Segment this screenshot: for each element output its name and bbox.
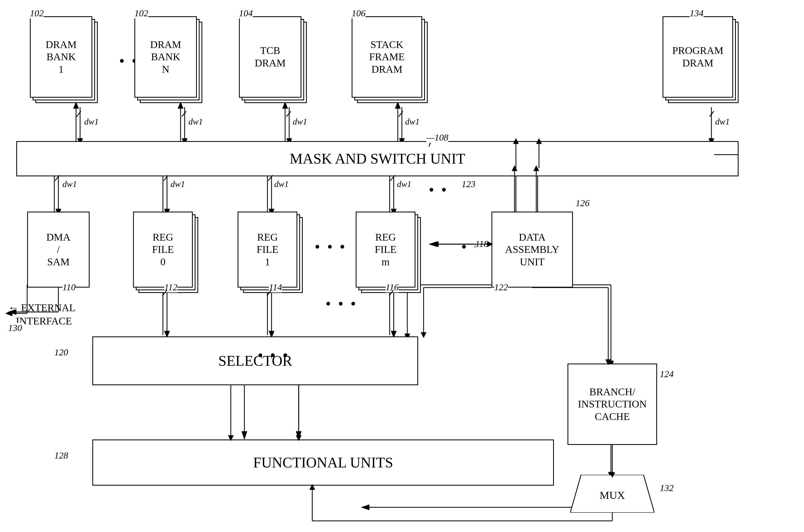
svg-marker-93 [421, 332, 426, 338]
reg-file-0-box: REGFILE0 [133, 212, 193, 288]
data-assembly-label: DATAASSEMBLYUNIT [505, 231, 559, 268]
dw1-label-7: dw1 [170, 179, 185, 189]
reg-file-m-box: REGFILEm [356, 212, 416, 288]
data-assembly-box: DATAASSEMBLYUNIT [492, 212, 573, 288]
program-dram-box: PROGRAMDRAM [662, 16, 733, 98]
stack-frame-box: STACKFRAMEDRAM [352, 16, 422, 98]
svg-text:MUX: MUX [600, 489, 625, 501]
reg-file-0-ref: 112 [164, 282, 177, 292]
ref-123: 123 [462, 179, 475, 189]
diagram: • • • • • • • • • • DRAMBANK1 102 DRAMBA… [0, 0, 804, 532]
dw1-label-1: dw1 [84, 117, 98, 127]
selector-ref: 120 [54, 347, 68, 358]
dram-bank-n-box: DRAMBANKN [134, 16, 197, 98]
stack-frame-ref: 106 [352, 8, 365, 18]
reg-file-1-ref: 114 [269, 282, 282, 292]
ref-126: 126 [575, 198, 589, 208]
dma-sam-label: DMA/SAM [47, 231, 71, 268]
mux-svg: MUX [570, 475, 654, 513]
dram-bank-1-label: DRAMBANK1 [45, 39, 77, 76]
tcb-dram-ref: 104 [239, 8, 253, 18]
selector-box: SELECTOR [92, 336, 418, 385]
svg-line-73 [77, 111, 81, 117]
svg-line-76 [399, 111, 403, 117]
ref-108-curved: —108 [426, 132, 448, 143]
dw1-label-6: dw1 [62, 179, 77, 189]
data-assembly-ref-122: 122 [494, 282, 508, 292]
reg-file-1-label: REGFILE1 [257, 231, 278, 268]
dw1-label-2: dw1 [188, 117, 203, 127]
svg-marker-63 [296, 431, 302, 439]
dma-sam-box: DMA/SAM [27, 212, 90, 288]
dw1-label-9: dw1 [397, 179, 412, 189]
dram-bank-1-box: DRAMBANK1 [30, 16, 92, 98]
stack-frame-label: STACKFRAMEDRAM [369, 39, 405, 76]
program-dram-ref: 134 [690, 8, 704, 18]
dots-mid-1: • • • [315, 239, 347, 254]
functional-units-box: FUNCTIONAL UNITS [92, 439, 554, 486]
svg-marker-61 [242, 431, 247, 439]
svg-line-75 [287, 111, 291, 117]
dots-mid-3: • • • [326, 296, 358, 311]
dw1-label-3: dw1 [293, 117, 307, 127]
reg-file-m-label: REGFILEm [375, 231, 397, 268]
mux-ref: 132 [660, 483, 674, 493]
external-interface-ref: 130 [8, 323, 22, 333]
dw1-label-5: dw1 [715, 117, 730, 127]
svg-marker-41 [429, 242, 437, 247]
dw1-label-8: dw1 [274, 179, 289, 189]
reg-file-0-label: REGFILE0 [152, 231, 174, 268]
svg-line-77 [710, 111, 714, 117]
tcb-dram-label: TCBDRAM [255, 44, 286, 69]
branch-cache-ref: 124 [660, 369, 674, 379]
svg-line-74 [182, 111, 186, 117]
dots-selector-1: • • • [258, 347, 290, 363]
svg-marker-87 [433, 242, 439, 247]
dram-bank-n-label: DRAMBANKN [150, 39, 181, 76]
program-dram-label: PROGRAMDRAM [672, 44, 723, 69]
dram-bank-1-ref: 102 [30, 8, 44, 18]
functional-units-ref: 128 [54, 450, 68, 461]
reg-file-1-box: REGFILE1 [238, 212, 297, 288]
branch-cache-box: BRANCH/INSTRUCTIONCACHE [567, 363, 657, 445]
mask-switch-label: MASK AND SWITCH UNIT [290, 150, 465, 168]
data-assembly-ref-118: 118 [475, 239, 488, 249]
functional-units-label: FUNCTIONAL UNITS [253, 454, 393, 472]
dw1-label-4: dw1 [405, 117, 420, 127]
reg-file-m-ref: 116 [386, 282, 399, 292]
dots-mask-1: • • [429, 182, 449, 197]
tcb-dram-box: TCBDRAM [239, 16, 302, 98]
dma-sam-ref: 110 [62, 282, 75, 292]
dram-bank-n-ref: 102 [134, 8, 148, 18]
mask-switch-box: MASK AND SWITCH UNIT [16, 141, 738, 176]
branch-cache-label: BRANCH/INSTRUCTIONCACHE [578, 386, 646, 423]
svg-marker-67 [361, 505, 369, 510]
